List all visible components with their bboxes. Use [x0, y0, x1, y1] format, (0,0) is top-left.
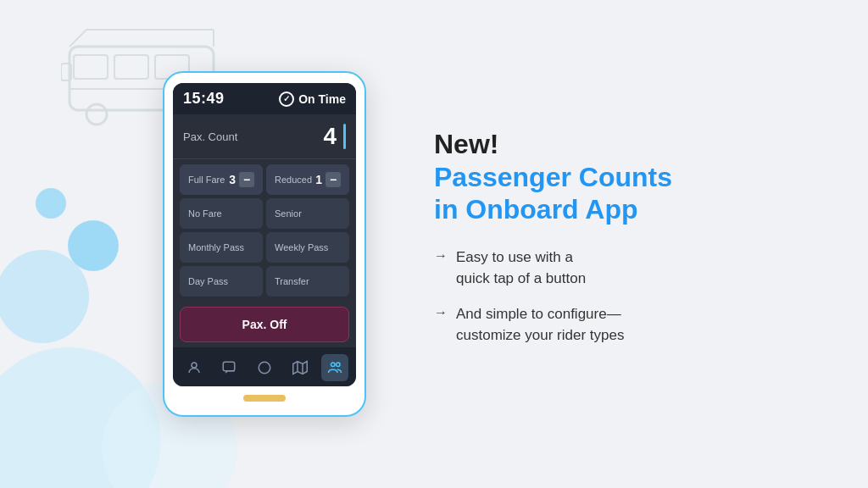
status-label: On Time — [298, 92, 346, 106]
main-content: 15:49 ✓ On Time Pax. Count 4 — [0, 0, 868, 488]
svg-point-10 — [86, 104, 107, 125]
fare-count-reduced: 1 − — [315, 172, 341, 187]
fare-cell-weekly-pass[interactable]: Weekly Pass — [266, 232, 349, 263]
fare-cell-no-fare[interactable]: No Fare — [180, 198, 263, 229]
bottom-nav — [173, 347, 356, 386]
fare-count-full-fare: 3 − — [229, 172, 254, 187]
status-time: 15:49 — [183, 90, 225, 108]
fare-grid: Full Fare 3 − Reduced 1 − — [173, 159, 356, 302]
nav-circle-icon[interactable] — [251, 354, 278, 381]
pax-off-button[interactable]: Pax. Off — [180, 307, 349, 342]
nav-map-icon[interactable] — [287, 354, 314, 381]
pax-bar-indicator — [343, 124, 346, 149]
svg-rect-17 — [224, 362, 236, 371]
pax-count-label: Pax. Count — [183, 130, 237, 143]
svg-line-13 — [70, 30, 86, 47]
nav-person-icon[interactable] — [181, 354, 208, 381]
minus-btn-reduced[interactable]: − — [326, 172, 341, 187]
fare-cell-senior[interactable]: Senior — [266, 198, 349, 229]
phone-device: 15:49 ✓ On Time Pax. Count 4 — [163, 71, 366, 417]
feature-item-1: → Easy to use with aquick tap of a butto… — [434, 247, 782, 290]
phone-home-button[interactable] — [243, 395, 286, 402]
headline-line2: in Onboard App — [434, 194, 638, 225]
fare-cell-day-pass[interactable]: Day Pass — [180, 266, 263, 297]
fare-label-day-pass: Day Pass — [188, 276, 228, 286]
fare-label-full-fare: Full Fare — [188, 175, 225, 185]
pax-count-bar: Pax. Count 4 — [173, 114, 356, 159]
fare-label-reduced: Reduced — [275, 175, 312, 185]
fare-label-weekly-pass: Weekly Pass — [275, 242, 328, 252]
left-section: 15:49 ✓ On Time Pax. Count 4 — [53, 0, 409, 488]
feature-item-2: → And simple to configure—customize your… — [434, 303, 782, 347]
svg-rect-6 — [74, 55, 108, 79]
fare-cell-reduced[interactable]: Reduced 1 − — [266, 164, 349, 195]
fare-label-monthly-pass: Monthly Pass — [188, 242, 244, 252]
minus-btn-full-fare[interactable]: − — [239, 172, 254, 187]
svg-point-16 — [192, 363, 197, 368]
nav-chat-icon[interactable] — [215, 354, 242, 381]
fare-cell-full-fare[interactable]: Full Fare 3 − — [180, 164, 263, 195]
fare-label-transfer: Transfer — [275, 276, 309, 286]
right-section: New! Passenger Counts in Onboard App → E… — [409, 128, 815, 359]
phone-screen: 15:49 ✓ On Time Pax. Count 4 — [173, 83, 356, 386]
fare-label-no-fare: No Fare — [188, 208, 222, 219]
status-ontime: ✓ On Time — [279, 92, 346, 107]
svg-point-22 — [331, 363, 336, 367]
svg-point-18 — [259, 362, 270, 374]
fare-cell-monthly-pass[interactable]: Monthly Pass — [180, 232, 263, 263]
svg-point-23 — [337, 363, 341, 367]
feature-text-1: Easy to use with aquick tap of a button — [456, 247, 586, 290]
fare-cell-transfer[interactable]: Transfer — [266, 266, 349, 297]
feature-text-2: And simple to configure—customize your r… — [456, 303, 624, 347]
fare-label-senior: Senior — [275, 208, 302, 219]
arrow-icon-2: → — [434, 305, 448, 320]
arrow-icon-1: → — [434, 248, 448, 263]
check-circle-icon: ✓ — [279, 92, 294, 107]
svg-marker-19 — [292, 362, 307, 374]
new-label: New! — [434, 128, 782, 160]
svg-rect-7 — [114, 55, 148, 79]
pax-count-value: 4 — [323, 123, 337, 150]
nav-passengers-icon[interactable] — [321, 354, 348, 381]
headline-line1: Passenger Counts — [434, 162, 672, 192]
headline: Passenger Counts in Onboard App — [434, 161, 782, 226]
status-bar: 15:49 ✓ On Time — [173, 83, 356, 114]
